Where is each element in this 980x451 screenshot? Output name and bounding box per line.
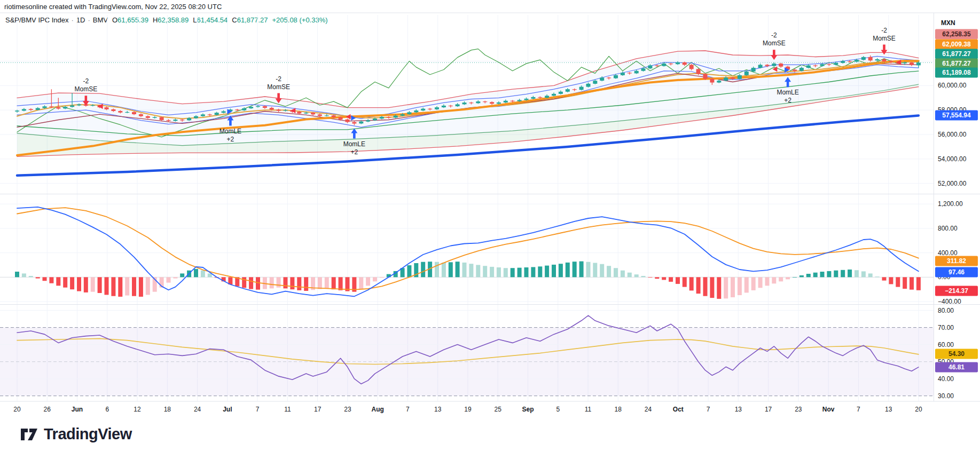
momentum-badge-histogram-value: −214.37 xyxy=(935,286,978,296)
time-axis-day[interactable]: 13 xyxy=(735,406,742,413)
momentum-axis-tick: 400.00 xyxy=(938,249,958,257)
momse-annotation: -2MomSE xyxy=(67,77,105,93)
price-badge-green-line-price: 61,189.08 xyxy=(935,68,978,78)
time-axis-month[interactable]: Nov xyxy=(822,406,835,413)
time-axis-day[interactable]: 24 xyxy=(194,406,201,413)
tradingview-logo-icon xyxy=(20,428,38,441)
price-axis-tick: 52,000.00 xyxy=(938,180,966,187)
price-badge-fast-ma-price: 62,009.38 xyxy=(935,39,978,50)
time-axis-day[interactable]: 20 xyxy=(13,406,20,413)
time-axis-day[interactable]: 7 xyxy=(857,406,860,413)
time-axis-day[interactable]: 18 xyxy=(164,406,171,413)
time-axis-day[interactable]: 26 xyxy=(44,406,51,413)
price-badge-upper-band-price: 62,258.35 xyxy=(935,29,978,39)
price-axis-tick: 60,000.00 xyxy=(938,82,966,89)
momentum-badge-macd-value: 97.46 xyxy=(935,267,978,278)
time-axis-day[interactable]: 7 xyxy=(707,406,710,413)
chart-canvas[interactable] xyxy=(0,0,980,451)
time-axis-day[interactable]: 19 xyxy=(464,406,471,413)
time-axis-day[interactable]: 23 xyxy=(344,406,351,413)
rsi-axis-tick: 40.00 xyxy=(938,375,954,383)
tradingview-logo[interactable]: TradingView xyxy=(20,425,132,443)
rsi-axis-tick: 30.00 xyxy=(938,392,954,400)
time-axis-day[interactable]: 20 xyxy=(915,406,922,413)
rsi-axis-tick: 70.00 xyxy=(938,324,954,331)
tradingview-logo-text: TradingView xyxy=(44,425,132,443)
rsi-axis-tick: 60.00 xyxy=(938,341,954,349)
time-axis-day[interactable]: 25 xyxy=(495,406,501,413)
currency-label[interactable]: MXN xyxy=(941,19,955,27)
momentum-badge-signal-value: 311.82 xyxy=(935,256,978,266)
time-axis-day[interactable]: 18 xyxy=(615,406,622,413)
time-axis-day[interactable]: 13 xyxy=(434,406,441,413)
price-badge-last-price: 61,877.27 xyxy=(935,49,978,59)
price-badge-slow-ma-price: 57,554.94 xyxy=(935,110,978,121)
time-axis-day[interactable]: 12 xyxy=(134,406,140,413)
time-axis-month[interactable]: Jun xyxy=(72,406,83,413)
time-axis-month[interactable]: Sep xyxy=(522,406,534,413)
momse-annotation: -2MomSE xyxy=(260,75,298,91)
momentum-axis-tick: −400.00 xyxy=(938,298,961,305)
time-axis-month[interactable]: Jul xyxy=(223,406,232,413)
time-axis-month[interactable]: Aug xyxy=(372,406,384,413)
time-axis-day[interactable]: 7 xyxy=(406,406,410,413)
momentum-axis-tick: 1,200.00 xyxy=(938,200,963,208)
time-axis-day[interactable]: 11 xyxy=(585,406,591,413)
time-axis-day[interactable]: 13 xyxy=(885,406,892,413)
time-axis-day[interactable]: 24 xyxy=(645,406,652,413)
time-axis-day[interactable]: 23 xyxy=(795,406,802,413)
momse-annotation: -2MomSE xyxy=(865,27,904,43)
rsi-badge-rsi-ma-value: 54.30 xyxy=(935,349,978,359)
momle-annotation: MomLE+2 xyxy=(335,140,373,156)
rsi-badge-rsi-value: 46.81 xyxy=(935,362,978,373)
momle-annotation: MomLE+2 xyxy=(769,89,807,105)
time-axis-day[interactable]: 5 xyxy=(556,406,560,413)
time-axis-month[interactable]: Oct xyxy=(673,406,684,413)
rsi-axis-tick: 80.00 xyxy=(938,307,954,314)
momse-annotation: -2MomSE xyxy=(755,31,793,48)
time-axis-day[interactable]: 7 xyxy=(256,406,260,413)
time-axis-day[interactable]: 11 xyxy=(284,406,291,413)
price-axis-tick: 54,000.00 xyxy=(938,155,966,163)
tradingview-chart-window: riotimesonline created with TradingView.… xyxy=(0,0,980,451)
time-axis-day[interactable]: 17 xyxy=(765,406,772,413)
momle-annotation: MomLE+2 xyxy=(211,128,249,144)
price-axis-tick: 56,000.00 xyxy=(938,131,966,138)
time-axis-day[interactable]: 6 xyxy=(105,406,109,413)
momentum-axis-tick: 800.00 xyxy=(938,225,958,232)
time-axis-day[interactable]: 17 xyxy=(314,406,321,413)
